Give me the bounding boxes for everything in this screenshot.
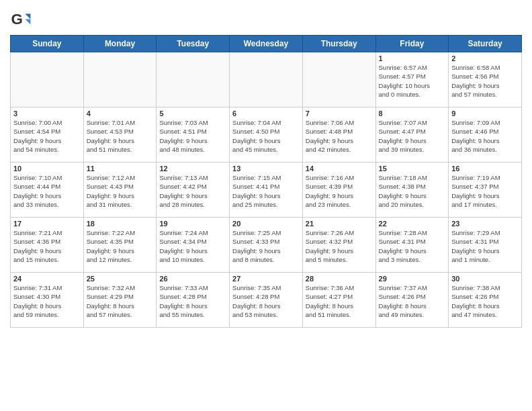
calendar-cell: 2Sunrise: 6:58 AM Sunset: 4:56 PM Daylig…: [449, 52, 522, 107]
day-info: Sunrise: 7:13 AM Sunset: 4:42 PM Dayligh…: [159, 173, 226, 209]
calendar-cell: 13Sunrise: 7:15 AM Sunset: 4:41 PM Dayli…: [230, 163, 303, 218]
weekday-header-saturday: Saturday: [449, 36, 522, 52]
calendar-cell: [83, 52, 157, 107]
calendar-cell: 26Sunrise: 7:33 AM Sunset: 4:28 PM Dayli…: [157, 273, 230, 328]
day-info: Sunrise: 7:37 AM Sunset: 4:26 PM Dayligh…: [379, 283, 446, 319]
svg-marker-1: [25, 13, 30, 19]
day-number: 10: [13, 165, 81, 173]
calendar-cell: 25Sunrise: 7:32 AM Sunset: 4:29 PM Dayli…: [83, 273, 157, 328]
day-info: Sunrise: 7:33 AM Sunset: 4:28 PM Dayligh…: [159, 283, 226, 319]
header: G: [10, 7, 522, 31]
calendar-cell: 4Sunrise: 7:01 AM Sunset: 4:53 PM Daylig…: [83, 107, 157, 163]
calendar-cell: 7Sunrise: 7:06 AM Sunset: 4:48 PM Daylig…: [302, 107, 375, 163]
calendar-cell: [11, 52, 84, 107]
day-number: 5: [159, 109, 226, 118]
calendar-cell: 20Sunrise: 7:25 AM Sunset: 4:33 PM Dayli…: [230, 218, 303, 273]
calendar-cell: 6Sunrise: 7:04 AM Sunset: 4:50 PM Daylig…: [230, 107, 303, 163]
day-number: 9: [451, 109, 519, 118]
day-number: 16: [451, 165, 519, 173]
svg-text:G: G: [11, 11, 23, 28]
day-number: 15: [379, 165, 446, 173]
day-number: 7: [306, 109, 373, 118]
day-info: Sunrise: 7:31 AM Sunset: 4:30 PM Dayligh…: [13, 283, 81, 319]
day-number: 1: [379, 54, 446, 62]
weekday-header-sunday: Sunday: [11, 36, 84, 52]
day-number: 6: [232, 109, 300, 118]
logo-icon: G: [10, 9, 32, 31]
day-info: Sunrise: 7:16 AM Sunset: 4:39 PM Dayligh…: [306, 173, 373, 209]
weekday-header-tuesday: Tuesday: [157, 36, 230, 52]
day-info: Sunrise: 6:57 AM Sunset: 4:57 PM Dayligh…: [379, 63, 446, 99]
day-info: Sunrise: 7:19 AM Sunset: 4:37 PM Dayligh…: [451, 173, 519, 209]
day-info: Sunrise: 7:09 AM Sunset: 4:46 PM Dayligh…: [451, 118, 519, 154]
day-info: Sunrise: 7:36 AM Sunset: 4:27 PM Dayligh…: [306, 283, 373, 319]
calendar-cell: 12Sunrise: 7:13 AM Sunset: 4:42 PM Dayli…: [157, 163, 230, 218]
day-info: Sunrise: 7:28 AM Sunset: 4:31 PM Dayligh…: [379, 228, 446, 264]
calendar-cell: 1Sunrise: 6:57 AM Sunset: 4:57 PM Daylig…: [375, 52, 449, 107]
day-number: 28: [306, 275, 373, 283]
day-info: Sunrise: 6:58 AM Sunset: 4:56 PM Dayligh…: [451, 63, 519, 99]
calendar-cell: 21Sunrise: 7:26 AM Sunset: 4:32 PM Dayli…: [302, 218, 375, 273]
day-info: Sunrise: 7:25 AM Sunset: 4:33 PM Dayligh…: [232, 228, 300, 264]
calendar-cell: 15Sunrise: 7:18 AM Sunset: 4:38 PM Dayli…: [375, 163, 449, 218]
day-number: 22: [379, 220, 446, 228]
day-info: Sunrise: 7:03 AM Sunset: 4:51 PM Dayligh…: [159, 118, 226, 154]
day-number: 27: [232, 275, 300, 283]
day-info: Sunrise: 7:18 AM Sunset: 4:38 PM Dayligh…: [379, 173, 446, 209]
day-number: 8: [379, 109, 446, 118]
calendar-cell: 17Sunrise: 7:21 AM Sunset: 4:36 PM Dayli…: [11, 218, 84, 273]
day-number: 4: [87, 109, 154, 118]
calendar-cell: 29Sunrise: 7:37 AM Sunset: 4:26 PM Dayli…: [375, 273, 449, 328]
day-number: 18: [87, 220, 154, 228]
day-info: Sunrise: 7:04 AM Sunset: 4:50 PM Dayligh…: [232, 118, 300, 154]
day-info: Sunrise: 7:38 AM Sunset: 4:26 PM Dayligh…: [451, 283, 519, 319]
day-info: Sunrise: 7:15 AM Sunset: 4:41 PM Dayligh…: [232, 173, 300, 209]
day-number: 24: [13, 275, 81, 283]
calendar-cell: 5Sunrise: 7:03 AM Sunset: 4:51 PM Daylig…: [157, 107, 230, 163]
calendar-week-3: 10Sunrise: 7:10 AM Sunset: 4:44 PM Dayli…: [11, 163, 522, 218]
weekday-header-row: SundayMondayTuesdayWednesdayThursdayFrid…: [11, 36, 522, 52]
logo: G: [10, 9, 34, 31]
calendar-cell: 18Sunrise: 7:22 AM Sunset: 4:35 PM Dayli…: [83, 218, 157, 273]
day-info: Sunrise: 7:01 AM Sunset: 4:53 PM Dayligh…: [87, 118, 154, 154]
calendar-cell: 14Sunrise: 7:16 AM Sunset: 4:39 PM Dayli…: [302, 163, 375, 218]
day-info: Sunrise: 7:10 AM Sunset: 4:44 PM Dayligh…: [13, 173, 81, 209]
calendar-cell: 8Sunrise: 7:07 AM Sunset: 4:47 PM Daylig…: [375, 107, 449, 163]
day-number: 2: [451, 54, 519, 62]
day-number: 13: [232, 165, 300, 173]
day-info: Sunrise: 7:29 AM Sunset: 4:31 PM Dayligh…: [451, 228, 519, 264]
calendar-week-2: 3Sunrise: 7:00 AM Sunset: 4:54 PM Daylig…: [11, 107, 522, 163]
weekday-header-wednesday: Wednesday: [230, 36, 303, 52]
day-info: Sunrise: 7:06 AM Sunset: 4:48 PM Dayligh…: [306, 118, 373, 154]
day-info: Sunrise: 7:07 AM Sunset: 4:47 PM Dayligh…: [379, 118, 446, 154]
calendar-cell: 19Sunrise: 7:24 AM Sunset: 4:34 PM Dayli…: [157, 218, 230, 273]
day-number: 23: [451, 220, 519, 228]
day-number: 30: [451, 275, 519, 283]
svg-marker-2: [25, 19, 30, 24]
day-info: Sunrise: 7:12 AM Sunset: 4:43 PM Dayligh…: [87, 173, 154, 209]
day-info: Sunrise: 7:35 AM Sunset: 4:28 PM Dayligh…: [232, 283, 300, 319]
day-number: 25: [87, 275, 154, 283]
day-info: Sunrise: 7:32 AM Sunset: 4:29 PM Dayligh…: [87, 283, 154, 319]
calendar-week-5: 24Sunrise: 7:31 AM Sunset: 4:30 PM Dayli…: [11, 273, 522, 328]
weekday-header-monday: Monday: [83, 36, 157, 52]
calendar-cell: 11Sunrise: 7:12 AM Sunset: 4:43 PM Dayli…: [83, 163, 157, 218]
calendar-week-4: 17Sunrise: 7:21 AM Sunset: 4:36 PM Dayli…: [11, 218, 522, 273]
calendar-cell: [230, 52, 303, 107]
calendar-cell: 24Sunrise: 7:31 AM Sunset: 4:30 PM Dayli…: [11, 273, 84, 328]
day-number: 26: [159, 275, 226, 283]
day-info: Sunrise: 7:24 AM Sunset: 4:34 PM Dayligh…: [159, 228, 226, 264]
calendar-cell: 28Sunrise: 7:36 AM Sunset: 4:27 PM Dayli…: [302, 273, 375, 328]
weekday-header-friday: Friday: [375, 36, 449, 52]
calendar-cell: 16Sunrise: 7:19 AM Sunset: 4:37 PM Dayli…: [449, 163, 522, 218]
day-info: Sunrise: 7:22 AM Sunset: 4:35 PM Dayligh…: [87, 228, 154, 264]
day-number: 29: [379, 275, 446, 283]
day-number: 14: [306, 165, 373, 173]
calendar-cell: [157, 52, 230, 107]
day-info: Sunrise: 7:00 AM Sunset: 4:54 PM Dayligh…: [13, 118, 81, 154]
calendar: SundayMondayTuesdayWednesdayThursdayFrid…: [10, 35, 522, 328]
weekday-header-thursday: Thursday: [302, 36, 375, 52]
day-number: 20: [232, 220, 300, 228]
calendar-cell: 22Sunrise: 7:28 AM Sunset: 4:31 PM Dayli…: [375, 218, 449, 273]
day-info: Sunrise: 7:21 AM Sunset: 4:36 PM Dayligh…: [13, 228, 81, 264]
